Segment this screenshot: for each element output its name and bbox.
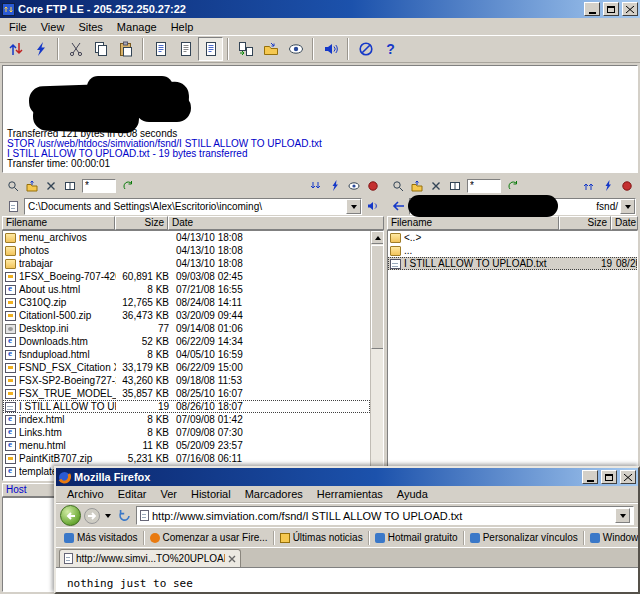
menu-historial[interactable]: Historial (184, 487, 238, 501)
connect-button[interactable] (3, 37, 28, 61)
refresh-button[interactable] (119, 177, 137, 194)
column-header-date[interactable]: Date (168, 216, 384, 230)
file-row[interactable]: 1FSX_Boeing-707-420.zip60,891 KB09/03/08… (3, 270, 370, 283)
menu-ayuda[interactable]: Ayuda (390, 487, 435, 501)
file-row[interactable]: FSX_TRUE_MODEL_B72...35,857 KB08/25/10 1… (3, 387, 370, 400)
file-row[interactable]: FSX-SP2-Boeing727-200.zi...43,260 KB09/1… (3, 374, 370, 387)
stop-button[interactable] (364, 177, 382, 194)
local-path-combobox[interactable]: C:\Documents and Settings\Alex\Escritori… (24, 198, 362, 215)
file-row[interactable]: trabajar04/13/10 18:08 (3, 257, 370, 270)
search-button[interactable] (389, 177, 407, 194)
close-button[interactable] (620, 470, 636, 484)
scroll-up-arrow[interactable] (371, 231, 384, 244)
menu-help[interactable]: Help (164, 20, 201, 34)
file-row[interactable]: ... (388, 244, 637, 257)
quick-connect-button[interactable] (28, 37, 53, 61)
bookmark-item[interactable]: Últimas noticias (276, 531, 367, 544)
search-button[interactable] (4, 177, 22, 194)
filter-input[interactable] (467, 179, 501, 193)
copy-button[interactable] (88, 37, 113, 61)
path-page-button[interactable] (4, 198, 22, 215)
vertical-scrollbar[interactable] (370, 231, 383, 480)
quick-transfer-button[interactable] (599, 177, 617, 194)
forward-button[interactable] (84, 508, 100, 524)
menu-herramientas[interactable]: Herramientas (310, 487, 390, 501)
menu-ver[interactable]: Ver (153, 487, 184, 501)
queue-button[interactable] (258, 37, 283, 61)
column-header-size[interactable]: Size (559, 216, 611, 230)
menu-manage[interactable]: Manage (110, 20, 164, 34)
file-row[interactable]: Downloads.htm52 KB06/22/09 14:34 (3, 335, 370, 348)
file-row[interactable]: <..> (388, 231, 637, 244)
back-button[interactable] (389, 198, 407, 215)
close-button[interactable] (622, 2, 638, 16)
cut-button[interactable] (63, 37, 88, 61)
menu-archivo[interactable]: Archivo (60, 487, 111, 501)
view-output-button[interactable] (198, 37, 223, 61)
file-row[interactable]: PaintKitB707.zip5,231 KB07/16/08 06:11 (3, 452, 370, 465)
menu-marcadores[interactable]: Marcadores (238, 487, 310, 501)
column-header-size[interactable]: Size (115, 216, 168, 230)
bookmark-item[interactable]: Comenzar a usar Fire... (146, 531, 272, 544)
upload-button[interactable] (580, 177, 598, 194)
file-row[interactable]: Links.htm8 KB07/09/08 07:30 (3, 426, 370, 439)
transfer-button[interactable] (233, 37, 258, 61)
bookmark-item[interactable]: Windows Media (586, 531, 638, 544)
file-row[interactable]: fsndupload.html8 KB04/05/10 16:59 (3, 348, 370, 361)
menu-file[interactable]: File (2, 20, 34, 34)
combo-dropdown-button[interactable] (620, 199, 635, 214)
file-row[interactable]: menu_archivos04/13/10 18:08 (3, 231, 370, 244)
file-row[interactable]: FSND_FSX_Citation X_75...33,179 KB06/22/… (3, 361, 370, 374)
column-header-filename[interactable]: Filename (2, 216, 115, 230)
url-dropdown-button[interactable] (615, 508, 630, 523)
go-button[interactable] (364, 198, 382, 215)
maximize-button[interactable] (603, 2, 619, 16)
view-file-button[interactable] (345, 177, 363, 194)
help-button[interactable]: ? (378, 37, 403, 61)
sound-button[interactable] (318, 37, 343, 61)
view-button[interactable] (283, 37, 308, 61)
file-row[interactable]: index.html8 KB07/09/08 01:42 (3, 413, 370, 426)
bookmark-item[interactable]: Hotmail gratuito (371, 531, 462, 544)
folder-up-button[interactable] (23, 177, 41, 194)
menu-editar[interactable]: Editar (111, 487, 154, 501)
minimize-button[interactable] (582, 470, 598, 484)
bookmark-item[interactable]: Personalizar vínculos (466, 531, 582, 544)
delete-button[interactable] (427, 177, 445, 194)
stop-button[interactable] (618, 177, 636, 194)
address-input[interactable] (152, 510, 612, 522)
column-header-date[interactable]: Date (611, 216, 638, 230)
column-header-filename[interactable]: Filename (387, 216, 559, 230)
maximize-button[interactable] (601, 470, 617, 484)
menu-sites[interactable]: Sites (71, 20, 109, 34)
delete-button[interactable] (42, 177, 60, 194)
scrollbar-thumb[interactable] (371, 245, 384, 349)
file-row[interactable]: I STILL ALLOW TO UPLO...1908/26/10 18:07 (3, 400, 370, 413)
filter-input[interactable] (82, 179, 116, 193)
tab-close-icon[interactable] (228, 555, 236, 563)
abort-button[interactable] (353, 37, 378, 61)
refresh-button[interactable] (504, 177, 522, 194)
new-folder-button[interactable] (61, 177, 79, 194)
file-row[interactable]: About us.html8 KB07/21/08 16:55 (3, 283, 370, 296)
quick-transfer-button[interactable] (326, 177, 344, 194)
remote-path-combobox[interactable]: fsnd/ (409, 198, 636, 215)
back-button[interactable] (60, 505, 81, 526)
file-row[interactable]: I STILL ALLOW TO UPLOAD.txt1908/26/10 18… (388, 257, 637, 270)
file-row[interactable]: photos04/13/10 18:08 (3, 244, 370, 257)
browser-tab[interactable]: http://www.simvi...TO%20UPLOAD.txt (59, 549, 241, 567)
file-row[interactable]: Desktop.ini7709/14/08 01:06 (3, 322, 370, 335)
paste-button[interactable] (113, 37, 138, 61)
view-log-button[interactable] (148, 37, 173, 61)
file-row[interactable]: CitationI-500.zip36,473 KB03/20/09 09:44 (3, 309, 370, 322)
folder-up-button[interactable] (408, 177, 426, 194)
download-button[interactable] (307, 177, 325, 194)
file-row[interactable]: menu.html11 KB05/20/09 23:57 (3, 439, 370, 452)
address-bar[interactable] (136, 506, 634, 525)
file-row[interactable]: C310Q.zip12,765 KB08/24/08 14:11 (3, 296, 370, 309)
menu-view[interactable]: View (34, 20, 72, 34)
history-dropdown-button[interactable] (103, 510, 112, 521)
combo-dropdown-button[interactable] (346, 199, 361, 214)
bookmark-item[interactable]: Más visitados (60, 531, 142, 544)
minimize-button[interactable] (584, 2, 600, 16)
